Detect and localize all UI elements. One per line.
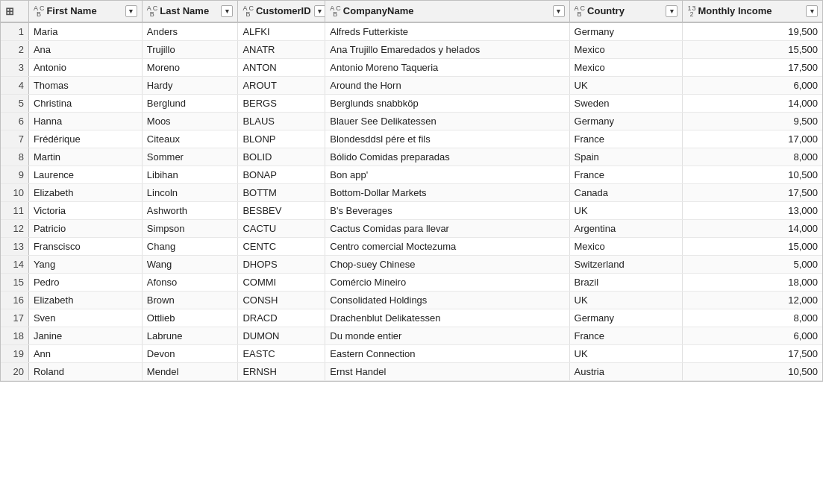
filter-button-lastname[interactable]: ▾ [221, 5, 233, 17]
row-number: 5 [1, 94, 28, 112]
cell-monthlyincome: 10,500 [683, 362, 822, 380]
column-header-companyname[interactable]: ABCCompanyName▾ [325, 1, 569, 22]
cell-country: Mexico [569, 40, 683, 58]
cell-monthlyincome: 12,000 [683, 291, 822, 309]
column-label-country: Country [587, 5, 663, 16]
cell-lastname: Hardy [142, 76, 238, 94]
cell-country: Brazil [569, 273, 683, 291]
row-number: 4 [1, 76, 28, 94]
filter-button-firstname[interactable]: ▾ [125, 5, 137, 17]
cell-firstname: Hanna [28, 112, 142, 130]
filter-button-customerid[interactable]: ▾ [314, 5, 325, 17]
row-number: 20 [1, 362, 28, 380]
cell-customerid: BESBEV [238, 201, 325, 219]
cell-firstname: Maria [28, 22, 142, 41]
cell-customerid: BOTTM [238, 183, 325, 201]
cell-companyname: Eastern Connection [325, 344, 569, 362]
cell-companyname: Chop-suey Chinese [325, 255, 569, 273]
column-header-customerid[interactable]: ABCCustomerID▾ [238, 1, 325, 22]
cell-monthlyincome: 6,000 [683, 76, 822, 94]
cell-firstname: Martin [28, 148, 142, 166]
row-number: 8 [1, 148, 28, 166]
column-type-icon-firstname: ABC [34, 4, 44, 18]
cell-country: UK [569, 76, 683, 94]
grid-icon: ⊞ [5, 5, 14, 17]
column-header-firstname[interactable]: ABCFirst Name▾ [28, 1, 142, 22]
table-row[interactable]: 2AnaTrujilloANATRAna Trujillo Emaredados… [1, 40, 822, 58]
table-row[interactable]: 13FransciscoChangCENTCCentro comercial M… [1, 237, 822, 255]
column-type-icon-customerid: ABC [242, 4, 253, 18]
cell-monthlyincome: 15,000 [683, 237, 822, 255]
cell-companyname: Berglunds snabbköp [325, 94, 569, 112]
cell-lastname: Brown [142, 291, 238, 309]
table-row[interactable]: 8MartinSommerBOLIDBólido Comidas prepara… [1, 148, 822, 166]
cell-monthlyincome: 9,500 [683, 112, 822, 130]
cell-country: France [569, 327, 683, 344]
cell-monthlyincome: 18,000 [683, 273, 822, 291]
cell-companyname: Antonio Moreno Taqueria [325, 58, 569, 76]
filter-button-companyname[interactable]: ▾ [553, 5, 565, 17]
cell-customerid: ERNSH [238, 362, 325, 380]
table-row[interactable]: 10ElizabethLincolnBOTTMBottom-Dollar Mar… [1, 183, 822, 201]
table-row[interactable]: 20RolandMendelERNSHErnst HandelAustria10… [1, 362, 822, 380]
cell-country: UK [569, 201, 683, 219]
table-row[interactable]: 12PatricioSimpsonCACTUCactus Comidas par… [1, 219, 822, 237]
row-number: 2 [1, 40, 28, 58]
cell-companyname: B's Beverages [325, 201, 569, 219]
table-row[interactable]: 4ThomasHardyAROUTAround the HornUK6,000 [1, 76, 822, 94]
data-table: ⊞ABCFirst Name▾ABCLast Name▾ABCCustomerI… [0, 0, 823, 382]
cell-companyname: Drachenblut Delikatessen [325, 309, 569, 327]
table-row[interactable]: 15PedroAfonsoCOMMIComércio MineiroBrazil… [1, 273, 822, 291]
cell-firstname: Ana [28, 40, 142, 58]
cell-monthlyincome: 14,000 [683, 94, 822, 112]
table-row[interactable]: 17SvenOttliebDRACDDrachenblut Delikatess… [1, 309, 822, 327]
cell-monthlyincome: 8,000 [683, 148, 822, 166]
cell-monthlyincome: 6,000 [683, 327, 822, 344]
filter-button-monthlyincome[interactable]: ▾ [806, 5, 818, 17]
table-row[interactable]: 1MariaAndersALFKIAlfreds FutterkisteGerm… [1, 22, 822, 41]
table-row[interactable]: 5ChristinaBerglundBERGSBerglunds snabbkö… [1, 94, 822, 112]
cell-firstname: Ann [28, 344, 142, 362]
table-row[interactable]: 14YangWangDHOPSChop-suey ChineseSwitzerl… [1, 255, 822, 273]
cell-firstname: Frédérique [28, 130, 142, 148]
column-header-country[interactable]: ABCCountry▾ [569, 1, 683, 22]
table-row[interactable]: 19AnnDevonEASTCEastern ConnectionUK17,50… [1, 344, 822, 362]
cell-customerid: BONAP [238, 166, 325, 183]
column-type-icon-companyname: ABC [330, 4, 340, 18]
cell-customerid: DRACD [238, 309, 325, 327]
row-number: 15 [1, 273, 28, 291]
table-row[interactable]: 6HannaMoosBLAUSBlauer See DelikatessenGe… [1, 112, 822, 130]
row-number: 19 [1, 344, 28, 362]
cell-customerid: ANTON [238, 58, 325, 76]
column-header-lastname[interactable]: ABCLast Name▾ [142, 1, 238, 22]
filter-button-country[interactable]: ▾ [666, 5, 678, 17]
cell-companyname: Bon app' [325, 166, 569, 183]
cell-firstname: Thomas [28, 76, 142, 94]
column-label-monthlyincome: Monthly Income [698, 5, 804, 16]
row-number: 13 [1, 237, 28, 255]
cell-country: Austria [569, 362, 683, 380]
cell-customerid: ALFKI [238, 22, 325, 41]
table-row[interactable]: 3AntonioMorenoANTONAntonio Moreno Taquer… [1, 58, 822, 76]
cell-lastname: Lincoln [142, 183, 238, 201]
cell-customerid: CONSH [238, 291, 325, 309]
cell-monthlyincome: 14,000 [683, 219, 822, 237]
column-type-icon-lastname: ABC [147, 4, 157, 18]
cell-companyname: Blondesddsl pére et fils [325, 130, 569, 148]
table-row[interactable]: 11VictoriaAshworthBESBEVB's BeveragesUK1… [1, 201, 822, 219]
cell-country: Argentina [569, 219, 683, 237]
cell-companyname: Consolidated Holdings [325, 291, 569, 309]
table-row[interactable]: 16ElizabethBrownCONSHConsolidated Holdin… [1, 291, 822, 309]
cell-lastname: Mendel [142, 362, 238, 380]
cell-customerid: BERGS [238, 94, 325, 112]
table-row[interactable]: 18JanineLabruneDUMONDu monde entierFranc… [1, 327, 822, 344]
cell-companyname: Centro comercial Moctezuma [325, 237, 569, 255]
cell-companyname: Around the Horn [325, 76, 569, 94]
column-label-customerid: CustomerID [256, 5, 311, 16]
table-row[interactable]: 9LaurenceLibihanBONAPBon app'France10,50… [1, 166, 822, 183]
cell-customerid: EASTC [238, 344, 325, 362]
column-header-rownum: ⊞ [1, 1, 28, 22]
cell-firstname: Janine [28, 327, 142, 344]
table-row[interactable]: 7FrédériqueCiteauxBLONPBlondesddsl pére … [1, 130, 822, 148]
column-header-monthlyincome[interactable]: 123Monthly Income▾ [683, 1, 822, 22]
